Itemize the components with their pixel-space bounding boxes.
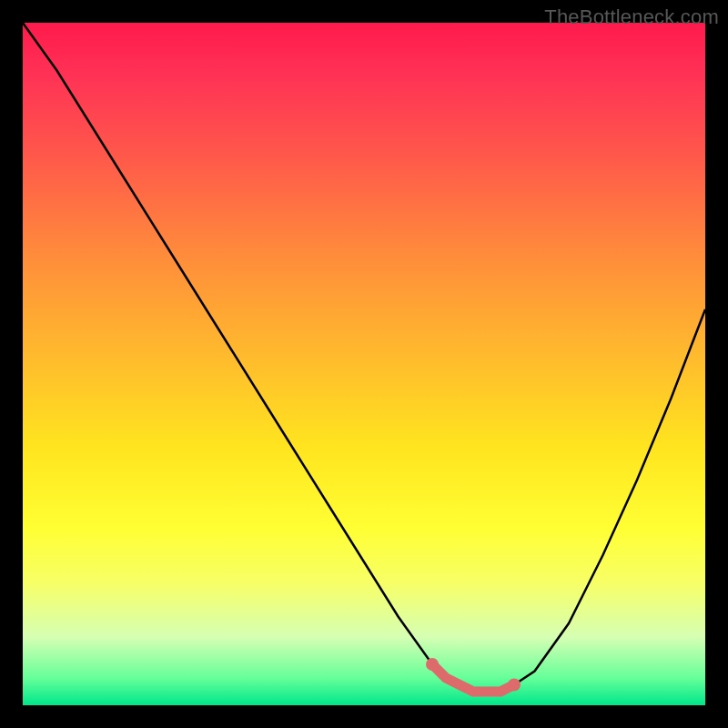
optimal-range-start-dot	[426, 658, 439, 671]
optimal-range-band	[432, 664, 514, 692]
chart-container: TheBottleneck.com	[0, 0, 728, 728]
bottleneck-curve	[23, 23, 705, 692]
chart-svg	[23, 23, 705, 705]
plot-area	[23, 23, 705, 705]
attribution-text: TheBottleneck.com	[544, 5, 719, 29]
optimal-range-end-dot	[508, 679, 521, 692]
